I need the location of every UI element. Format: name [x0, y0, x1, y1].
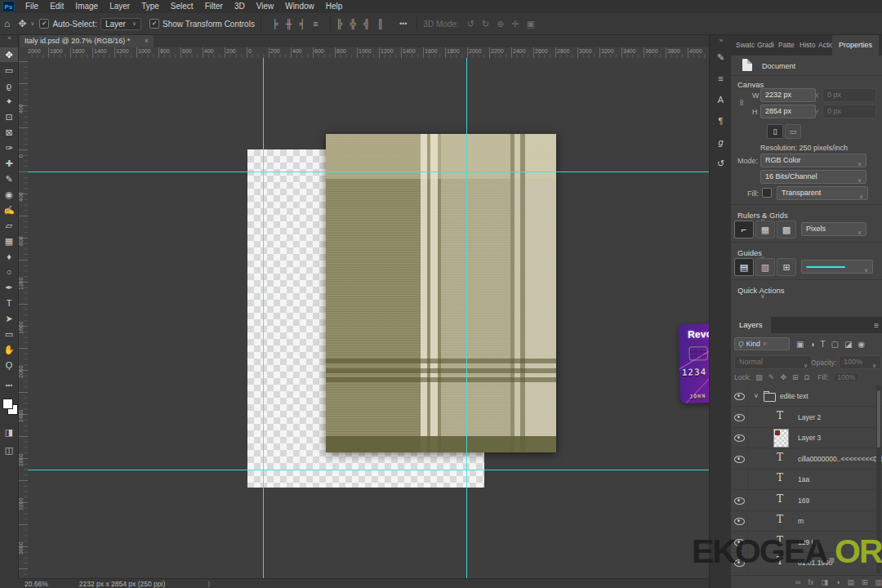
tab-histo[interactable]: Histo — [800, 41, 815, 49]
portrait-orientation-button[interactable]: ▯ — [767, 124, 783, 139]
ruler-units-dropdown[interactable]: Pixels∨ — [801, 222, 866, 236]
move-tool-options-icon[interactable]: ✥ — [14, 18, 30, 29]
lock-transparency-icon[interactable]: ▨ — [755, 373, 763, 381]
menu-filter[interactable]: Filter — [199, 0, 229, 13]
blur-tool[interactable]: ♦ — [0, 249, 18, 264]
tab-patte[interactable]: Patte — [778, 41, 795, 49]
quick-actions-section-header[interactable]: ∨Quick Actions — [737, 286, 785, 295]
layer-row[interactable]: T1aa — [731, 469, 882, 490]
menu-window[interactable]: Window — [279, 0, 320, 13]
horizontal-guide[interactable] — [28, 172, 709, 172]
filter-shape-layers-icon[interactable]: ▢ — [831, 340, 839, 349]
new-group-icon[interactable]: ▤ — [847, 578, 854, 586]
filter-kind-dropdown[interactable]: Ǫ Kind ∨ — [734, 337, 790, 350]
distribute-center-icon[interactable]: ╬ — [350, 19, 357, 29]
snap-toggle-icon[interactable]: ▩ — [777, 220, 796, 238]
bit-depth-dropdown[interactable]: 16 Bits/Channel∨ — [760, 170, 866, 184]
character-panel-icon[interactable]: A — [710, 91, 732, 108]
paragraph-panel-icon[interactable]: ¶ — [710, 113, 732, 129]
rectangle-tool[interactable]: ▭ — [0, 327, 18, 341]
brush-settings-panel-icon[interactable]: ≡ — [710, 70, 732, 87]
foreground-background-swatches[interactable] — [1, 399, 19, 415]
lock-image-icon[interactable]: ✎ — [768, 373, 775, 381]
align-center-icon[interactable]: ╫ — [286, 19, 292, 29]
lasso-tool[interactable]: ϱ — [0, 78, 18, 93]
visibility-eye-icon[interactable] — [731, 407, 748, 427]
layer-row[interactable]: ∨edite text — [731, 385, 882, 407]
gradient-tool[interactable]: ▦ — [0, 234, 18, 248]
foreground-color-swatch[interactable] — [2, 399, 13, 409]
document-tab[interactable]: Italy id.psd @ 20.7% (RGB/16) * × — [20, 34, 154, 47]
glyphs-panel-icon[interactable]: g — [710, 134, 732, 150]
adjustment-layer-icon[interactable]: ◑ — [835, 578, 840, 586]
menu-view[interactable]: View — [251, 0, 280, 13]
hand-tool[interactable]: ✋ — [0, 342, 18, 357]
horizontal-guide[interactable] — [28, 470, 709, 470]
document-viewport[interactable]: Revolut 1234 5678 9012 3456 VALID FROM 0… — [28, 58, 709, 578]
marquee-tool[interactable]: ▭ — [0, 63, 18, 78]
eraser-tool[interactable]: ▱ — [0, 218, 18, 233]
menu-select[interactable]: Select — [165, 0, 199, 13]
tab-swatc[interactable]: Swatc — [736, 41, 755, 49]
frame-tool[interactable]: ⊠ — [0, 125, 18, 140]
panel-menu-icon[interactable]: ≡ — [874, 321, 879, 330]
visibility-eye-icon[interactable] — [731, 490, 748, 510]
menu-edit[interactable]: Edit — [44, 0, 69, 13]
color-mode-dropdown[interactable]: RGB Color∨ — [760, 154, 866, 167]
healing-brush-tool[interactable]: ✚ — [0, 156, 18, 171]
distribute-left-icon[interactable]: ╠ — [336, 19, 343, 29]
align-left-icon[interactable]: ╞ — [272, 19, 278, 29]
filter-toggle-icon[interactable]: ◉ — [858, 340, 866, 349]
zoom-tool[interactable]: Ǫ — [0, 358, 18, 372]
link-layers-icon[interactable]: ∞ — [795, 578, 800, 586]
menu-3d[interactable]: 3D — [229, 0, 251, 13]
visibility-toggle-empty[interactable] — [731, 469, 748, 489]
vertical-guide[interactable] — [263, 58, 264, 578]
distribute-vertical-icon[interactable]: ║ — [377, 19, 384, 29]
new-guide-layout-icon[interactable]: ⊞ — [777, 258, 796, 276]
align-right-icon[interactable]: ╡ — [299, 19, 305, 29]
status-chevron-icon[interactable]: ⟩ — [207, 580, 210, 588]
dodge-tool[interactable]: ○ — [0, 265, 18, 279]
visibility-eye-icon[interactable] — [731, 448, 748, 469]
tab-layers[interactable]: Layers — [731, 317, 771, 333]
show-transform-controls-checkbox[interactable]: ✓ — [149, 19, 159, 29]
brushes-panel-icon[interactable]: ✎ — [710, 49, 732, 65]
more-options-icon[interactable]: ••• — [395, 20, 411, 28]
layer-row[interactable]: Tm — [731, 510, 882, 532]
fill-dropdown[interactable]: Transparent∨ — [777, 186, 868, 200]
fill-checkbox[interactable] — [762, 188, 772, 198]
rulers-toggle-icon[interactable]: ⌐ — [734, 220, 754, 238]
filter-adjustment-layers-icon[interactable]: ◑ — [809, 340, 814, 349]
clone-stamp-tool[interactable]: ◉ — [0, 187, 18, 202]
tab-properties[interactable]: Properties — [832, 34, 879, 56]
layer-effects-icon[interactable]: fx — [808, 578, 813, 586]
group-expand-chevron[interactable]: ∨ — [754, 392, 759, 399]
eyedropper-tool[interactable]: ✑ — [0, 140, 18, 155]
lock-artboard-icon[interactable]: ⊞ — [792, 373, 799, 381]
filter-type-layers-icon[interactable]: T — [821, 340, 826, 349]
visibility-eye-icon[interactable] — [731, 427, 748, 448]
layer-row[interactable]: Layer 3 — [731, 427, 882, 448]
add-mask-icon[interactable]: ◨ — [821, 578, 828, 586]
landscape-orientation-button[interactable]: ▭ — [785, 124, 801, 139]
move-tool-caret-icon[interactable]: ∨ — [30, 20, 34, 27]
new-layer-icon[interactable]: ⊞ — [862, 578, 868, 586]
history-panel-icon[interactable]: ↺ — [710, 155, 732, 172]
grid-toggle-icon[interactable]: ▦ — [755, 220, 775, 238]
crop-tool[interactable]: ⊡ — [0, 109, 18, 124]
menu-layer[interactable]: Layer — [104, 0, 136, 13]
layer-row[interactable]: Tcilla0000000..<<<<<<<<0 d — [731, 448, 882, 470]
type-tool[interactable]: T — [0, 296, 18, 310]
visibility-eye-icon[interactable] — [731, 385, 748, 406]
move-tool[interactable]: ✥ — [0, 47, 18, 62]
history-brush-tool[interactable]: ✍ — [0, 203, 18, 217]
guides-toggle-icon[interactable]: ▤ — [734, 258, 754, 276]
brush-tool[interactable]: ✎ — [0, 172, 18, 186]
filter-pixel-layers-icon[interactable]: ▣ — [796, 340, 804, 349]
canvas-section-header[interactable]: ∨Canvas — [737, 80, 764, 89]
quick-selection-tool[interactable]: ✦ — [0, 94, 18, 109]
auto-select-checkbox[interactable]: ✓ — [39, 19, 49, 29]
layer-row[interactable]: T169 — [731, 490, 882, 511]
vertical-guide[interactable] — [466, 58, 467, 578]
